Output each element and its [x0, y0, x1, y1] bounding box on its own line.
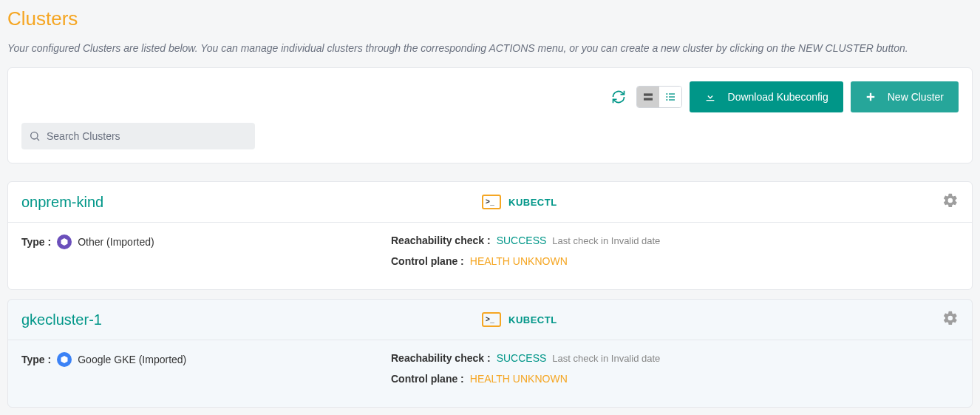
settings-button[interactable]: [942, 192, 959, 212]
type-row: Type : Google GKE (Imported): [21, 352, 361, 367]
cluster-body-left: Type : Google GKE (Imported): [21, 352, 361, 394]
cluster-body-right: Reachability check : SUCCESS Last check …: [391, 352, 959, 394]
page-title: Clusters: [7, 7, 973, 30]
view-list-icon: [664, 91, 676, 103]
view-list-button[interactable]: [659, 87, 681, 107]
control-plane-status: HEALTH UNKNOWN: [470, 373, 568, 385]
svg-marker-13: [61, 238, 68, 246]
svg-point-2: [666, 93, 667, 95]
control-plane-label: Control plane :: [391, 255, 464, 267]
svg-point-4: [666, 96, 667, 98]
cluster-header: gkecluster-1 KUBECTL: [8, 300, 972, 340]
search-wrap: [21, 123, 255, 149]
type-value: Other (Imported): [78, 236, 154, 248]
control-plane-label: Control plane :: [391, 373, 464, 385]
reachability-status: SUCCESS: [497, 352, 547, 364]
svg-rect-1: [644, 98, 653, 100]
new-cluster-label: New Cluster: [888, 91, 944, 103]
k8s-wheel-icon: [57, 235, 72, 249]
page-subtitle: Your configured Clusters are listed belo…: [7, 42, 973, 54]
gear-icon: [942, 310, 959, 326]
reachability-row: Reachability check : SUCCESS Last check …: [391, 235, 959, 246]
reachability-label: Reachability check :: [391, 352, 491, 364]
cluster-header-center: KUBECTL: [482, 195, 942, 209]
svg-line-12: [37, 138, 39, 141]
cluster-card: gkecluster-1 KUBECTL Type :: [7, 299, 973, 408]
view-rows-icon: [642, 91, 654, 103]
cluster-name[interactable]: onprem-kind: [21, 194, 482, 211]
cluster-name[interactable]: gkecluster-1: [21, 311, 482, 328]
reachability-row: Reachability check : SUCCESS Last check …: [391, 352, 959, 364]
kubectl-link[interactable]: KUBECTL: [482, 312, 557, 327]
reachability-label: Reachability check :: [391, 235, 491, 246]
cluster-body-left: Type : Other (Imported): [21, 235, 361, 276]
reachability-status: SUCCESS: [497, 235, 547, 246]
settings-button[interactable]: [942, 310, 959, 329]
type-label: Type :: [21, 236, 51, 248]
svg-rect-8: [706, 100, 714, 101]
new-cluster-button[interactable]: New Cluster: [851, 81, 959, 112]
svg-rect-7: [669, 99, 675, 100]
control-plane-row: Control plane : HEALTH UNKNOWN: [391, 373, 959, 385]
terminal-icon: [482, 312, 501, 327]
svg-marker-14: [61, 356, 68, 363]
search-icon: [29, 130, 41, 142]
gke-hex-icon: [57, 352, 72, 367]
cluster-body: Type : Google GKE (Imported) Reachabilit…: [8, 340, 972, 407]
kubectl-label: KUBECTL: [508, 197, 557, 208]
control-plane-row: Control plane : HEALTH UNKNOWN: [391, 255, 959, 267]
svg-point-6: [666, 99, 667, 101]
reachability-meta: Last check in Invalid date: [552, 235, 660, 246]
download-icon: [704, 91, 716, 103]
view-card-button[interactable]: [637, 87, 659, 107]
svg-rect-0: [644, 93, 653, 95]
refresh-icon: [611, 90, 626, 104]
toolbar-card: Download Kubeconfig New Cluster: [7, 67, 973, 163]
svg-rect-5: [669, 96, 675, 97]
kubectl-link[interactable]: KUBECTL: [482, 195, 557, 209]
kubectl-label: KUBECTL: [508, 314, 557, 325]
cluster-card: onprem-kind KUBECTL Type :: [7, 181, 973, 290]
cluster-header: onprem-kind KUBECTL: [8, 182, 972, 223]
plus-icon: [865, 92, 876, 102]
gear-icon: [942, 192, 959, 209]
toolbar-actions-row: Download Kubeconfig New Cluster: [21, 81, 959, 112]
svg-rect-10: [867, 96, 875, 98]
type-row: Type : Other (Imported): [21, 235, 361, 249]
cluster-header-center: KUBECTL: [482, 312, 942, 327]
svg-point-11: [31, 132, 38, 139]
search-input[interactable]: [47, 130, 248, 142]
control-plane-status: HEALTH UNKNOWN: [470, 255, 568, 267]
view-toggle: [636, 86, 682, 108]
terminal-icon: [482, 195, 501, 209]
refresh-button[interactable]: [608, 87, 629, 107]
reachability-meta: Last check in Invalid date: [552, 353, 660, 364]
svg-rect-3: [669, 93, 675, 94]
type-value: Google GKE (Imported): [78, 354, 186, 365]
cluster-body: Type : Other (Imported) Reachability che…: [8, 223, 972, 289]
type-label: Type :: [21, 354, 51, 365]
download-kubeconfig-label: Download Kubeconfig: [728, 91, 828, 103]
download-kubeconfig-button[interactable]: Download Kubeconfig: [690, 81, 843, 112]
cluster-body-right: Reachability check : SUCCESS Last check …: [391, 235, 959, 276]
